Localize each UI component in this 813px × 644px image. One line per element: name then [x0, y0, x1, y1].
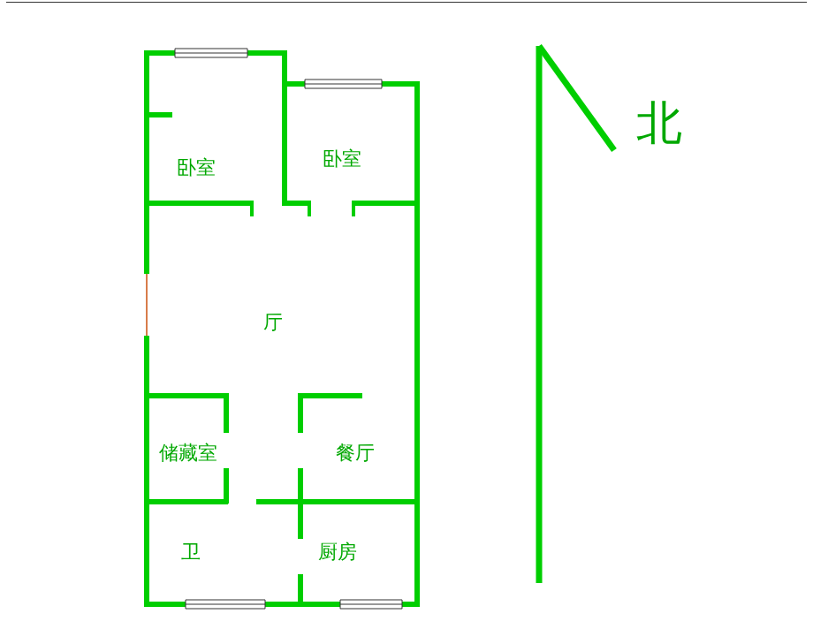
north-label: 北 [636, 93, 682, 155]
label-bedroom-right: 卧室 [323, 146, 361, 172]
label-living: 厅 [263, 309, 283, 336]
svg-line-50 [539, 46, 614, 150]
label-dining: 餐厅 [336, 440, 375, 466]
label-bedroom-left: 卧室 [177, 155, 216, 181]
label-bathroom: 卫 [181, 539, 201, 565]
label-kitchen: 厨房 [318, 539, 357, 565]
floor-plan-drawing [0, 0, 813, 644]
label-storage: 储藏室 [159, 440, 217, 466]
